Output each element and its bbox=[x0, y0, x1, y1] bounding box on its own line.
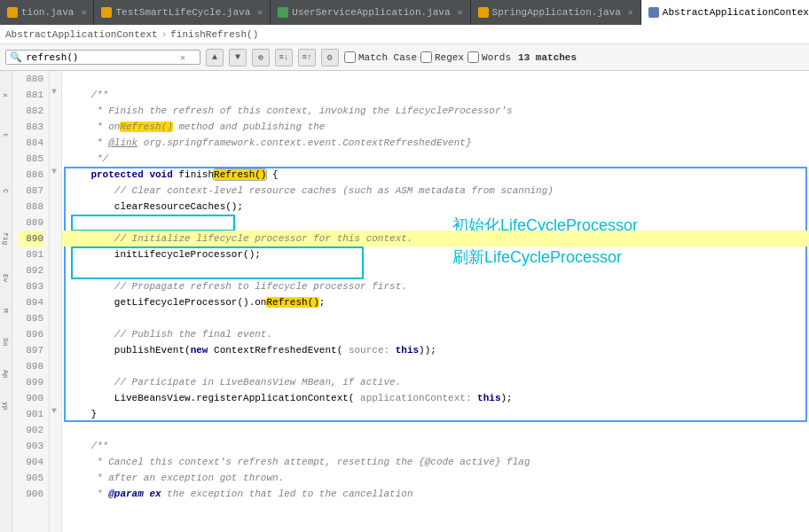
search-find-button[interactable]: ⊕ bbox=[252, 49, 270, 66]
tab-close-springapplication[interactable]: ✕ bbox=[628, 7, 633, 18]
match-886: Refresh() bbox=[214, 169, 266, 180]
gutter-label-fig: fig bbox=[0, 215, 12, 262]
tab-tion[interactable]: tion.java ✕ bbox=[0, 0, 94, 25]
line-num-892: 892 bbox=[19, 262, 43, 278]
line-num-904: 904 bbox=[19, 454, 43, 470]
line-num-881: 881 bbox=[19, 87, 43, 103]
line-num-887: 887 bbox=[19, 183, 43, 199]
code-line-887: // Clear context-level resource caches (… bbox=[62, 183, 809, 199]
search-options: Match Case Regex Words 13 matches bbox=[344, 51, 577, 63]
code-line-893: // Propagate refresh to lifecycle proces… bbox=[62, 278, 809, 294]
code-line-891: initLifecycleProcessor(); bbox=[62, 246, 809, 262]
code-line-883: * onRefresh() method and publishing the bbox=[62, 119, 809, 135]
gutter-label-m: M bbox=[0, 294, 12, 326]
tab-close-userservice[interactable]: ✕ bbox=[458, 7, 463, 18]
breadcrumb: AbstractApplicationContext › finishRefre… bbox=[0, 25, 809, 44]
tab-close-testsmartlifecycle[interactable]: ✕ bbox=[257, 7, 263, 18]
code-line-897: publishEvent(new ContextRefreshedEvent( … bbox=[62, 342, 809, 358]
tab-userservice[interactable]: UserServiceApplication.java ✕ bbox=[271, 0, 470, 25]
tab-close-tion[interactable]: ✕ bbox=[81, 7, 86, 18]
tab-icon-abstractapplicationcontext bbox=[648, 7, 659, 18]
search-icon: 🔍 bbox=[10, 51, 22, 63]
fold-arrow-881[interactable]: ▼ bbox=[51, 87, 57, 97]
match-883: Refresh() bbox=[120, 121, 172, 132]
tab-icon-springapplication bbox=[478, 7, 489, 18]
tab-abstractapplicationcontext[interactable]: AbstractApplicationContext.java ✕ bbox=[641, 0, 809, 25]
tab-label-abstractapplicationcontext: AbstractApplicationContext.java bbox=[663, 7, 809, 18]
line-num-906: 906 bbox=[19, 486, 43, 502]
code-line-903: /** bbox=[62, 438, 809, 454]
line-num-888: 888 bbox=[19, 199, 43, 215]
line-num-903: 903 bbox=[19, 438, 43, 454]
breadcrumb-part1[interactable]: AbstractApplicationContext bbox=[5, 29, 158, 40]
code-line-884: * @link org.springframework.context.even… bbox=[62, 135, 809, 151]
code-line-898 bbox=[62, 358, 809, 374]
code-line-894: getLifecycleProcessor().onRefresh(); bbox=[62, 294, 809, 310]
code-line-885: */ bbox=[62, 151, 809, 167]
gutter-label-t: t bbox=[0, 119, 12, 151]
words-checkbox[interactable] bbox=[467, 51, 479, 63]
tab-icon-tion bbox=[7, 7, 18, 18]
breadcrumb-separator: › bbox=[161, 29, 168, 40]
regex-checkbox[interactable] bbox=[420, 51, 432, 63]
match-case-option[interactable]: Match Case bbox=[344, 51, 417, 63]
search-replace1-button[interactable]: ≡↓ bbox=[275, 49, 293, 66]
line-num-898: 898 bbox=[19, 358, 43, 374]
code-line-906: * @param ex the exception that led to th… bbox=[62, 486, 809, 502]
tab-testsmartlifecycle[interactable]: TestSmartLifeCycle.java ✕ bbox=[94, 0, 271, 25]
regex-label: Regex bbox=[435, 52, 464, 63]
line-num-901: 901 bbox=[19, 406, 43, 422]
tab-label-tion: tion.java bbox=[21, 7, 74, 18]
match-894: Refresh() bbox=[266, 297, 318, 308]
code-line-900: LiveBeansView.registerApplicationContext… bbox=[62, 390, 809, 406]
code-line-882: * Finish the refresh of this context, in… bbox=[62, 103, 809, 119]
gutter-label-x: x bbox=[0, 71, 12, 119]
gutter-labels: x t C fig Ev M So Ap yp bbox=[0, 71, 12, 532]
line-num-891: 891 bbox=[19, 246, 43, 262]
line-num-880: 880 bbox=[19, 71, 43, 87]
match-case-label: Match Case bbox=[358, 52, 417, 63]
tab-label-userservice: UserServiceApplication.java bbox=[292, 7, 450, 18]
search-settings-button[interactable]: ⚙ bbox=[321, 49, 339, 66]
match-case-checkbox[interactable] bbox=[344, 51, 356, 63]
gutter-label-c: C bbox=[0, 167, 12, 215]
breadcrumb-part2[interactable]: finishRefresh() bbox=[170, 29, 258, 40]
line-num-889: 889 bbox=[19, 215, 43, 231]
line-num-902: 902 bbox=[19, 422, 43, 438]
line-numbers: 880 881 882 883 884 885 886 887 888 889 … bbox=[12, 71, 50, 532]
line-num-900: 900 bbox=[19, 390, 43, 406]
tabs-bar: tion.java ✕ TestSmartLifeCycle.java ✕ Us… bbox=[0, 0, 809, 25]
line-num-886: 886 bbox=[19, 167, 43, 183]
code-line-899: // Participate in LiveBeansView MBean, i… bbox=[62, 374, 809, 390]
line-num-894: 894 bbox=[19, 294, 43, 310]
line-num-885: 885 bbox=[19, 151, 43, 167]
code-content[interactable]: 初始化LifeCycleProcessor 刷新LifeCycleProcess… bbox=[62, 71, 809, 532]
gutter-label-so: So bbox=[0, 326, 12, 358]
search-clear-button[interactable]: ✕ bbox=[180, 52, 185, 63]
search-next-button[interactable]: ▼ bbox=[229, 49, 247, 66]
gutter-label-yp: yp bbox=[0, 390, 12, 422]
line-num-897: 897 bbox=[19, 342, 43, 358]
words-option[interactable]: Words bbox=[467, 51, 511, 63]
code-line-890: // Initialize lifecycle processor for th… bbox=[62, 231, 809, 246]
gutter-label-ev: Ev bbox=[0, 262, 12, 294]
fold-arrow-903[interactable]: ▼ bbox=[51, 406, 57, 416]
code-line-888: clearResourceCaches(); bbox=[62, 199, 809, 215]
line-num-893: 893 bbox=[19, 278, 43, 294]
code-line-896: // Publish the final event. bbox=[62, 326, 809, 342]
search-prev-button[interactable]: ▲ bbox=[206, 49, 224, 66]
line-num-882: 882 bbox=[19, 103, 43, 119]
search-replace2-button[interactable]: ≡↑ bbox=[298, 49, 316, 66]
line-num-905: 905 bbox=[19, 470, 43, 486]
code-line-902 bbox=[62, 422, 809, 438]
regex-option[interactable]: Regex bbox=[420, 51, 464, 63]
words-label: Words bbox=[482, 52, 511, 63]
code-line-901: } bbox=[62, 406, 809, 422]
fold-arrows-column: ▼ ▼ ▼ bbox=[50, 71, 62, 532]
search-input[interactable] bbox=[26, 51, 177, 63]
code-line-904: * Cancel this context's refresh attempt,… bbox=[62, 454, 809, 470]
code-line-892 bbox=[62, 262, 809, 278]
tab-springapplication[interactable]: SpringApplication.java ✕ bbox=[471, 0, 641, 25]
line-num-895: 895 bbox=[19, 310, 43, 326]
fold-arrow-886[interactable]: ▼ bbox=[51, 167, 57, 176]
